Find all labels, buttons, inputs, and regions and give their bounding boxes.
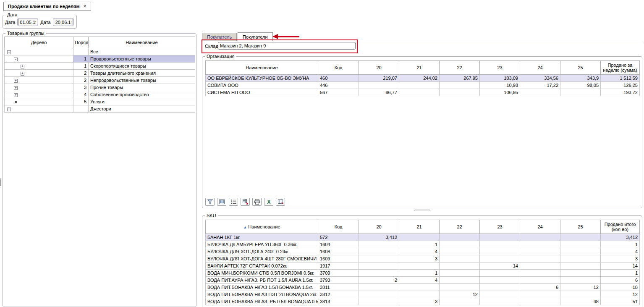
group-name-cell: Скоропортящиеся товары xyxy=(89,63,195,70)
tree-cell: + xyxy=(5,77,73,84)
tree-cell: + xyxy=(5,105,73,113)
filter-icon[interactable] xyxy=(205,198,215,206)
week-value-cell xyxy=(560,241,601,248)
organizations-toolbar: X xyxy=(205,198,285,206)
week-value-cell xyxy=(520,291,560,298)
column-header[interactable]: 21 xyxy=(399,220,440,234)
table-row[interactable]: ВОДА МИН.БОРЖОМИ СТ/Б 0.5Л BORJOMI 0.5кг… xyxy=(206,270,640,277)
warehouses-input[interactable] xyxy=(218,42,356,50)
total-cell: 1 512,59 xyxy=(601,75,640,82)
table-row[interactable]: ВОДА ПИТ.АУРА Н/ГАЗ. РБ ПЭТ 1.5Л AURA 1.… xyxy=(206,277,640,284)
week-value-cell: 3,412 xyxy=(359,234,399,241)
tree-row[interactable]: +4Собственное производство xyxy=(5,91,195,98)
tab-pokupatel[interactable]: Покупатель xyxy=(202,33,237,41)
week-value-cell xyxy=(399,234,440,241)
week-value-cell xyxy=(520,262,560,270)
column-settings-icon[interactable] xyxy=(217,198,226,206)
table-row[interactable]: ВОДА ПИТ.БОНАКВА Н/ГАЗ 1.5Л БОНАКВА 1.5к… xyxy=(206,284,640,291)
week-value-cell xyxy=(480,255,520,262)
code-cell: 460 xyxy=(318,75,359,82)
code-cell: 3813 xyxy=(318,298,359,305)
week-value-cell xyxy=(440,82,480,89)
table-row[interactable]: ОО ЕВРЕЙСКОЕ КУЛЬТУРНОЕ ОБ-ВО ЭМУНА46021… xyxy=(206,75,640,82)
column-header[interactable]: 24 xyxy=(520,61,560,75)
sku-table: ▲НаименованиеКод202122232425Продано итог… xyxy=(205,220,640,305)
column-header[interactable]: 20 xyxy=(359,61,399,75)
week-value-cell: 343,9 xyxy=(560,75,601,82)
column-header[interactable]: 24 xyxy=(520,220,560,234)
table-row[interactable]: БУЛОЧКА ДЛЯ ХОТ-ДОГА 4ШТ 280Г СМОЛЕВИЧИ … xyxy=(206,255,640,262)
collapse-icon[interactable]: - xyxy=(14,58,18,61)
expand-icon[interactable]: + xyxy=(21,72,24,76)
table-row[interactable]: БУЛОЧКА ДЛЯ ХОТ-ДОГА 240Г 0.24кг.160844 xyxy=(206,248,640,255)
week-value-cell xyxy=(560,248,601,255)
column-header[interactable]: Продано итого (кол-во) xyxy=(601,220,640,234)
table-settings-icon[interactable] xyxy=(276,198,285,206)
table-row[interactable]: ВОДА ПИТ.БОНАКВА Н/ГАЗ. РБ 0.5Л BONAQUA … xyxy=(206,298,640,305)
tree-row[interactable]: +3Прочие товары xyxy=(5,84,195,91)
week-value-cell xyxy=(560,262,601,270)
tree-row[interactable]: -1Продовольственные товары xyxy=(5,55,195,63)
expand-icon[interactable]: + xyxy=(7,108,11,111)
table-row[interactable]: СОВИТА ООО44610,9817,2298,05126,25 xyxy=(206,82,640,89)
week-value-cell xyxy=(440,255,480,262)
column-header[interactable]: Код xyxy=(318,61,359,75)
tab-pokupateli[interactable]: Покупатели xyxy=(238,32,273,41)
table-row[interactable]: ВОДА ПИТ.БОНАКВА Н/ГАЗ ПЭТ 2Л BONAQUA 2к… xyxy=(206,291,640,298)
tree-row[interactable]: +Джестори xyxy=(5,105,195,113)
week-value-cell: 4 xyxy=(399,248,440,255)
tree-row[interactable]: 5Услуги xyxy=(5,98,195,105)
list-settings-icon[interactable] xyxy=(229,198,238,206)
tree-row[interactable]: +2Товары длительного хранения xyxy=(5,70,195,77)
week-value-cell: 14 xyxy=(480,262,520,270)
document-tab[interactable]: Продажи клиентам по неделям × xyxy=(3,2,91,11)
expand-icon[interactable]: + xyxy=(21,65,24,68)
table-row[interactable]: БАНАН 1КГ 1кг.5723,4123,412 xyxy=(206,234,640,241)
column-header[interactable]: Продано за неделю (сумма) xyxy=(601,61,640,75)
column-header[interactable]: 22 xyxy=(440,220,480,234)
column-header[interactable]: 25 xyxy=(560,61,601,75)
column-header[interactable]: 25 xyxy=(560,220,601,234)
column-header[interactable]: 21 xyxy=(399,61,440,75)
column-header[interactable]: 23 xyxy=(480,220,520,234)
week-value-cell xyxy=(480,234,520,241)
date-to-input[interactable] xyxy=(54,19,73,25)
week-value-cell: 334,56 xyxy=(520,75,560,82)
vertical-splitter-grip[interactable] xyxy=(0,178,2,186)
horizontal-splitter-grip[interactable] xyxy=(414,210,430,211)
column-header[interactable]: 22 xyxy=(440,61,480,75)
horizontal-splitter[interactable] xyxy=(202,209,642,212)
table-row[interactable]: ВАФЛИ АРТЕК 72Г СПАРТАК 0.072кг.19171414 xyxy=(206,262,640,270)
export-table-icon[interactable] xyxy=(241,198,250,206)
name-column-header[interactable]: Наименование xyxy=(89,37,195,48)
week-value-cell: 244,02 xyxy=(399,75,440,82)
week-value-cell xyxy=(440,241,480,248)
column-header[interactable]: ▲Наименование xyxy=(206,220,318,234)
week-value-cell: 1 xyxy=(399,241,440,248)
collapse-icon[interactable]: - xyxy=(7,50,11,54)
table-row[interactable]: СИСТЕМА НП ООО56786,77106,95193,72 xyxy=(206,89,640,96)
expand-icon[interactable]: + xyxy=(14,79,18,83)
tree-row[interactable]: +1Скоропортящиеся товары xyxy=(5,63,195,70)
name-cell: ВОДА МИН.БОРЖОМИ СТ/Б 0.5Л BORJOMI 0.5кг… xyxy=(206,270,318,277)
close-tab-icon[interactable]: × xyxy=(84,3,86,9)
week-value-cell xyxy=(359,291,399,298)
expand-icon[interactable]: + xyxy=(14,86,18,90)
table-row[interactable]: БУЛОЧКА Д/ГАМБУРГЕРА УП.360Г 0.36кг.1604… xyxy=(206,241,640,248)
tree-row[interactable]: +2Непродовольственные товары xyxy=(5,77,195,84)
tree-column-header[interactable]: Дерево xyxy=(5,37,73,48)
week-value-cell xyxy=(560,89,601,96)
print-icon[interactable] xyxy=(252,198,262,206)
excel-export-icon[interactable]: X xyxy=(264,198,273,206)
week-value-cell: 1 xyxy=(399,270,440,277)
tree-row[interactable]: -Все xyxy=(5,48,195,55)
order-column-header[interactable]: Поряд xyxy=(73,37,89,48)
column-header[interactable]: Наименование xyxy=(206,61,318,75)
column-header[interactable]: 20 xyxy=(359,220,399,234)
column-header[interactable]: 23 xyxy=(480,61,520,75)
column-header[interactable]: Код xyxy=(318,220,359,234)
expand-icon[interactable]: + xyxy=(14,93,18,97)
date-from-input[interactable] xyxy=(18,19,37,25)
code-cell: 446 xyxy=(318,82,359,89)
product-groups-panel: Товарные группы Дерево Поряд Наименовани… xyxy=(3,31,196,307)
